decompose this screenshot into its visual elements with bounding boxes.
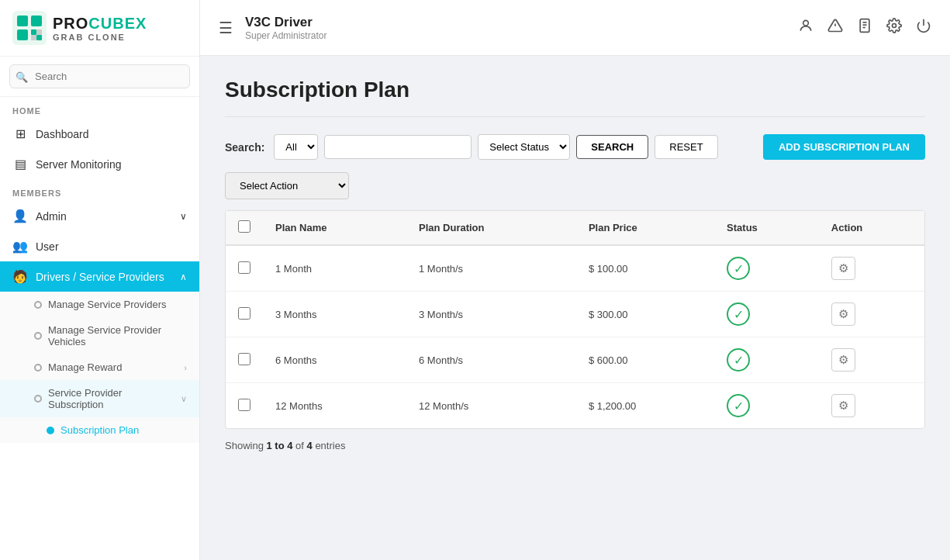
table-row: 3 Months 3 Month/s $ 300.00 ✓ ⚙ bbox=[226, 292, 924, 337]
status-active-badge: ✓ bbox=[727, 257, 750, 280]
row-checkbox-cell[interactable] bbox=[226, 337, 263, 383]
th-action: Action bbox=[819, 211, 924, 245]
showing-total: 4 bbox=[307, 440, 313, 451]
add-subscription-plan-button[interactable]: ADD SUBSCRIPTION PLAN bbox=[763, 134, 925, 160]
cell-plan-name: 1 Month bbox=[263, 245, 406, 292]
svg-rect-2 bbox=[31, 16, 42, 26]
chevron-up-icon: ∧ bbox=[180, 271, 187, 282]
check-circle-icon: ✓ bbox=[727, 302, 750, 326]
sidebar-section-home: HOME ⊞ Dashboard ▤ Server Monitoring bbox=[0, 97, 199, 179]
status-select[interactable]: Select Status Active Inactive bbox=[478, 134, 570, 160]
driver-icon: 🧑 bbox=[12, 269, 28, 284]
user-icon[interactable] bbox=[798, 18, 814, 37]
svg-rect-7 bbox=[36, 35, 42, 40]
search-filter-select[interactable]: All bbox=[274, 134, 318, 160]
main-area: ☰ V3C Driver Super Administrator bbox=[200, 0, 950, 560]
cell-status: ✓ bbox=[714, 337, 819, 383]
cell-plan-price: $ 1,200.00 bbox=[576, 383, 714, 429]
check-circle-icon: ✓ bbox=[727, 348, 750, 372]
cell-action[interactable]: ⚙ bbox=[819, 383, 924, 429]
sidebar-item-manage-service-providers[interactable]: Manage Service Providers bbox=[0, 292, 199, 317]
drivers-submenu: Manage Service Providers Manage Service … bbox=[0, 292, 199, 443]
action-row: Select Action Delete bbox=[225, 172, 925, 199]
row-checkbox-cell[interactable] bbox=[226, 383, 263, 429]
hamburger-icon[interactable]: ☰ bbox=[219, 19, 233, 37]
action-select[interactable]: Select Action Delete bbox=[225, 172, 349, 199]
row-checkbox[interactable] bbox=[238, 353, 250, 365]
circle-icon bbox=[34, 332, 42, 340]
search-input[interactable] bbox=[9, 64, 190, 88]
table-header-row: Plan Name Plan Duration Plan Price Statu… bbox=[226, 211, 924, 245]
svg-rect-5 bbox=[36, 29, 42, 35]
subscription-table: Plan Name Plan Duration Plan Price Statu… bbox=[225, 210, 925, 429]
active-dot-icon bbox=[47, 427, 54, 434]
search-text-input[interactable] bbox=[324, 135, 472, 159]
cell-action[interactable]: ⚙ bbox=[819, 292, 924, 337]
subitem-label: Manage Service Providers bbox=[48, 299, 166, 310]
sidebar-item-label: User bbox=[36, 240, 187, 253]
dashboard-icon: ⊞ bbox=[12, 126, 28, 141]
select-all-checkbox[interactable] bbox=[238, 220, 250, 233]
row-checkbox[interactable] bbox=[238, 307, 250, 320]
cell-action[interactable]: ⚙ bbox=[819, 337, 924, 383]
sidebar: PROCUBEX GRAB CLONE 🔍 HOME ⊞ Dashboard ▤… bbox=[0, 0, 200, 560]
subitem-label: Service Provider Subscription bbox=[48, 387, 174, 410]
gear-action-button[interactable]: ⚙ bbox=[831, 302, 855, 326]
cell-plan-duration: 12 Month/s bbox=[406, 383, 576, 429]
topbar: ☰ V3C Driver Super Administrator bbox=[200, 0, 950, 56]
sidebar-item-label: Dashboard bbox=[36, 128, 187, 140]
row-checkbox-cell[interactable] bbox=[226, 245, 263, 292]
th-plan-name: Plan Name bbox=[263, 211, 406, 245]
row-checkbox-cell[interactable] bbox=[226, 292, 263, 337]
showing-text: Showing 1 to 4 of 4 entries bbox=[225, 440, 925, 451]
sidebar-item-user[interactable]: 👥 User bbox=[0, 231, 199, 261]
cell-plan-price: $ 100.00 bbox=[576, 245, 714, 292]
alert-icon[interactable] bbox=[827, 18, 843, 37]
gear-action-button[interactable]: ⚙ bbox=[831, 394, 855, 417]
showing-range: 1 to 4 bbox=[266, 440, 292, 451]
topbar-sub-title: Super Administrator bbox=[245, 30, 326, 41]
cell-plan-name: 3 Months bbox=[263, 292, 406, 337]
row-checkbox[interactable] bbox=[238, 261, 250, 274]
search-icon: 🔍 bbox=[16, 71, 28, 82]
subitem-label: Manage Reward bbox=[48, 361, 122, 373]
status-active-badge: ✓ bbox=[727, 302, 750, 326]
sidebar-item-manage-vehicles[interactable]: Manage Service Provider Vehicles bbox=[0, 317, 199, 354]
search-label: Search: bbox=[225, 141, 264, 154]
user-icon: 👥 bbox=[12, 239, 28, 254]
topbar-left: ☰ V3C Driver Super Administrator bbox=[219, 15, 326, 41]
sidebar-item-service-provider-subscription[interactable]: Service Provider Subscription ∨ bbox=[0, 380, 199, 417]
th-status: Status bbox=[714, 211, 819, 245]
row-checkbox[interactable] bbox=[238, 399, 250, 411]
cell-plan-name: 12 Months bbox=[263, 383, 406, 429]
sidebar-item-admin[interactable]: 👤 Admin ∨ bbox=[0, 201, 199, 231]
logo-name: PROCUBEX bbox=[53, 15, 147, 33]
svg-point-15 bbox=[893, 24, 896, 28]
subitem-label: Subscription Plan bbox=[60, 424, 139, 436]
search-button[interactable]: SEARCH bbox=[576, 135, 648, 159]
table-row: 6 Months 6 Month/s $ 600.00 ✓ ⚙ bbox=[226, 337, 924, 383]
circle-icon bbox=[34, 364, 42, 372]
chart-icon: ▤ bbox=[12, 157, 28, 171]
svg-rect-6 bbox=[31, 35, 36, 40]
gear-action-button[interactable]: ⚙ bbox=[831, 257, 855, 280]
sidebar-search-section: 🔍 bbox=[0, 57, 199, 97]
gear-icon[interactable] bbox=[886, 18, 902, 37]
reset-button[interactable]: RESET bbox=[655, 135, 717, 159]
chevron-down-icon: ∨ bbox=[181, 394, 187, 404]
sidebar-item-subscription-plan[interactable]: Subscription Plan bbox=[0, 417, 199, 443]
gear-action-button[interactable]: ⚙ bbox=[831, 348, 855, 372]
data-table: Plan Name Plan Duration Plan Price Statu… bbox=[226, 211, 924, 428]
check-circle-icon: ✓ bbox=[727, 394, 750, 417]
logo-text: PROCUBEX GRAB CLONE bbox=[53, 15, 147, 42]
cell-action[interactable]: ⚙ bbox=[819, 245, 924, 292]
table-row: 12 Months 12 Month/s $ 1,200.00 ✓ ⚙ bbox=[226, 383, 924, 429]
document-icon[interactable] bbox=[857, 18, 872, 37]
sidebar-item-dashboard[interactable]: ⊞ Dashboard bbox=[0, 119, 199, 149]
sidebar-item-manage-reward[interactable]: Manage Reward › bbox=[0, 354, 199, 380]
sidebar-item-drivers-service[interactable]: 🧑 Drivers / Service Providers ∧ bbox=[0, 261, 199, 292]
chevron-right-icon: › bbox=[184, 363, 187, 372]
power-icon[interactable] bbox=[916, 18, 931, 37]
sidebar-item-server-monitoring[interactable]: ▤ Server Monitoring bbox=[0, 149, 199, 179]
members-section-label: MEMBERS bbox=[0, 179, 199, 201]
